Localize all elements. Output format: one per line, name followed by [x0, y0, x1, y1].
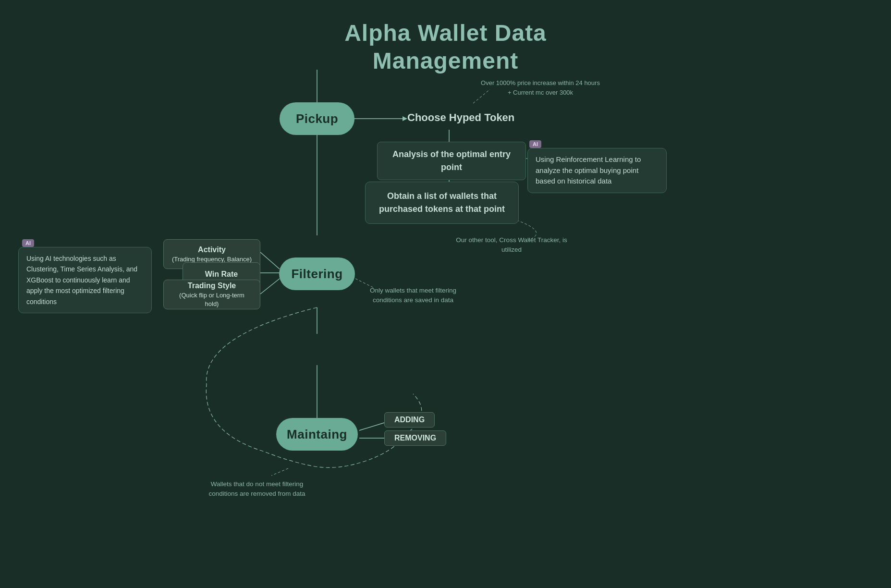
trading-style-label: Trading Style — [188, 281, 236, 291]
trading-style-sub: (Quick flip or Long-term hold) — [171, 291, 252, 308]
trading-style-filter-box: Trading Style (Quick flip or Long-term h… — [163, 280, 260, 309]
cross-wallet-note: Our other tool, Cross Wallet Tracker, is… — [447, 235, 576, 255]
wallets-removed-note: Wallets that do not meet filteringcondit… — [197, 479, 317, 499]
ai-filter-note-box: Using AI technologies such asClustering,… — [18, 247, 152, 313]
maintaining-node: Maintaing — [276, 418, 358, 451]
activity-label: Activity — [198, 245, 226, 255]
analysis-entry-box: Analysis of the optimal entry point — [377, 142, 526, 180]
removing-box: REMOVING — [384, 430, 446, 446]
svg-line-16 — [359, 423, 384, 430]
obtain-wallets-box: Obtain a list of wallets thatpurchased t… — [365, 182, 519, 224]
ai-badge-filter: AI — [22, 239, 34, 247]
rl-note-box: Using Reinforcement Learning toanalyze t… — [527, 148, 667, 193]
filtering-node: Filtering — [279, 257, 355, 290]
ai-badge-rl: AI — [529, 140, 541, 148]
hyped-token-note: Over 1000% price increase within 24 hour… — [478, 78, 603, 97]
svg-line-14 — [260, 279, 280, 294]
svg-marker-5 — [403, 116, 407, 121]
filtering-condition-note: Only wallets that meet filteringconditio… — [365, 286, 461, 306]
choose-hyped-token-label: Choose Hyped Token — [407, 111, 514, 124]
page-title: Alpha Wallet Data Management — [0, 0, 891, 74]
winrate-label: Win Rate — [205, 269, 238, 280]
pickup-node: Pickup — [280, 102, 354, 135]
svg-line-20 — [271, 468, 288, 476]
svg-line-12 — [260, 252, 280, 269]
adding-box: ADDING — [384, 412, 435, 428]
